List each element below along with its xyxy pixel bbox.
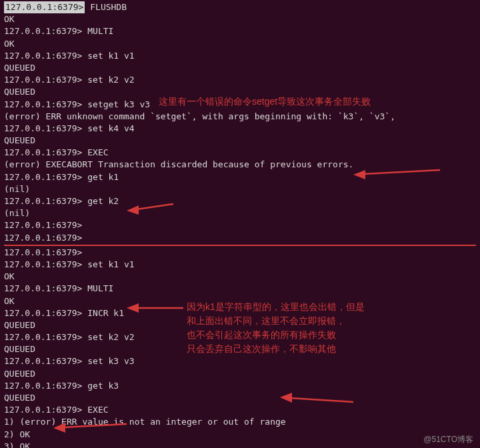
terminal-line: QUEUED [4,86,476,98]
terminal-line: 127.0.0.1:6379> set k4 v4 [4,123,476,135]
terminal-line: QUEUED [4,135,476,147]
terminal-line: 127.0.0.1:6379> set k1 v1 [4,259,476,271]
terminal-line: 127.0.0.1:6379> INCR k1 [4,307,476,319]
terminal-line: 2) OK [4,429,476,441]
terminal-line: OK [4,271,476,283]
terminal-line: 127.0.0.1:6379> get k3 [4,380,476,392]
terminal-line: 127.0.0.1:6379> set k3 v3 [4,355,476,367]
watermark: @51CTO博客 [423,434,473,445]
terminal-line: (error) EXECABORT Transaction discarded … [4,159,476,171]
terminal-line: 1) (error) ERR value is not an integer o… [4,416,476,428]
section-divider [4,245,476,246]
terminal-line: OK [4,295,476,307]
selected-prompt: 127.0.0.1:6379> [4,1,85,13]
terminal-line: QUEUED [4,392,476,404]
terminal-line: 127.0.0.1:6379> set k1 v1 [4,50,476,62]
terminal-line: 127.0.0.1:6379> set k2 v2 [4,74,476,86]
terminal[interactable]: 127.0.0.1:6379> FLUSHDB OK 127.0.0.1:637… [0,0,480,448]
terminal-line: 127.0.0.1:6379> MULTI [4,283,476,295]
terminal-line: (error) ERR unknown command `setget`, wi… [4,111,476,123]
terminal-line: 127.0.0.1:6379> [4,247,476,259]
terminal-line: QUEUED [4,319,476,331]
terminal-line: 127.0.0.1:6379> setget k3 v3 [4,99,476,111]
terminal-line: 127.0.0.1:6379> get k2 [4,195,476,207]
terminal-line: OK [4,38,476,50]
terminal-line: 127.0.0.1:6379> FLUSHDB [4,1,476,13]
terminal-line: QUEUED [4,62,476,74]
cmd-flushdb: FLUSHDB [90,2,127,12]
terminal-line: 127.0.0.1:6379> set k2 v2 [4,331,476,343]
terminal-line: QUEUED [4,343,476,355]
terminal-line: 127.0.0.1:6379> MULTI [4,25,476,37]
terminal-line: 127.0.0.1:6379> [4,232,476,244]
terminal-line: QUEUED [4,368,476,380]
terminal-line: 127.0.0.1:6379> [4,219,476,231]
terminal-line: 3) OK [4,441,476,448]
terminal-line: 127.0.0.1:6379> get k1 [4,171,476,183]
terminal-line: 127.0.0.1:6379> EXEC [4,404,476,416]
terminal-line: (nil) [4,207,476,219]
terminal-line: (nil) [4,183,476,195]
terminal-line: OK [4,13,476,25]
terminal-line: 127.0.0.1:6379> EXEC [4,147,476,159]
